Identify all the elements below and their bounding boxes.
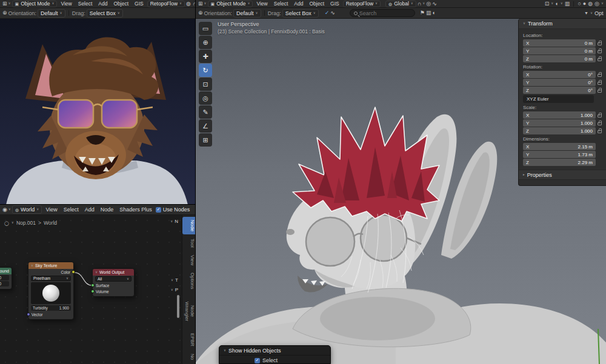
transform-orientation-icon[interactable]: ◍ xyxy=(186,1,191,7)
collapsed-panel-p[interactable]: ∨ P xyxy=(171,287,178,293)
menu-add[interactable]: Add xyxy=(96,1,110,7)
collapsed-panel-t[interactable]: ∨ T xyxy=(171,277,178,283)
menu-node[interactable]: Node xyxy=(98,207,116,213)
menu-view[interactable]: View xyxy=(58,1,74,7)
tool-transform-button[interactable]: ◎ xyxy=(199,91,212,105)
overlay-option-icon[interactable]: ▥ xyxy=(426,10,431,16)
retopoflow-dropdown[interactable]: RetopoFlow ∨ xyxy=(147,1,185,7)
shading-rendered-icon[interactable]: ◎ xyxy=(594,1,599,7)
menu-shaders-plus[interactable]: Shaders Plus xyxy=(117,207,155,213)
rotation-x-field[interactable]: X 0° xyxy=(523,71,596,78)
lock-icon[interactable] xyxy=(598,42,602,45)
tool-move-button[interactable]: ✚ xyxy=(199,50,212,63)
tab-epbr[interactable]: EPBR xyxy=(182,330,195,349)
rotation-mode-dropdown[interactable]: XYZ Euler xyxy=(523,95,594,103)
lock-icon[interactable] xyxy=(598,130,602,133)
transform-orientation-dropdown[interactable]: ◍ Global ∨ xyxy=(385,1,416,7)
tab-options[interactable]: Options xyxy=(182,270,195,293)
volume-input-socket[interactable] xyxy=(91,290,95,293)
dimensions-x-field[interactable]: X 2.15 m xyxy=(523,143,596,150)
location-z-field[interactable]: Z 0 m xyxy=(523,55,596,62)
menu-object[interactable]: Object xyxy=(111,1,131,7)
lock-icon[interactable] xyxy=(598,50,602,53)
turbidity-field[interactable]: Turbidity 1.900 xyxy=(31,305,71,311)
menu-add[interactable]: Add xyxy=(291,1,305,7)
dimensions-z-field[interactable]: Z 2.29 m xyxy=(523,159,596,166)
editor-type-icon[interactable]: ◉ xyxy=(2,207,7,213)
properties-panel-header[interactable]: ▸ Properties xyxy=(519,170,606,180)
transform-panel-header[interactable]: ∨ Transform xyxy=(519,19,606,29)
retopoflow-dropdown[interactable]: RetopoFlow ∨ xyxy=(343,1,381,7)
menu-view[interactable]: View xyxy=(43,207,59,213)
menu-add[interactable]: Add xyxy=(82,207,97,213)
falloff-icon[interactable]: ∿ xyxy=(432,1,437,7)
overlays-toggle-icon[interactable]: ◐ xyxy=(555,1,558,7)
sky-model-dropdown[interactable]: Preetham ∨ xyxy=(31,276,71,281)
tool-cursor-button[interactable]: ⊕ xyxy=(199,36,212,49)
bookmark-icon[interactable]: ⚑ xyxy=(420,10,425,16)
tool-add-cube-button[interactable]: ⊞ xyxy=(199,133,212,147)
search-input[interactable] xyxy=(359,10,408,16)
snap-magnet-icon[interactable]: ∩ xyxy=(418,1,421,7)
rotation-z-field[interactable]: Z 0° xyxy=(523,87,596,94)
menu-gis[interactable]: GIS xyxy=(132,1,146,7)
node-canvas[interactable]: ◯ ∨ Nop.001 > World round 0 0 ∨ Sky Text… xyxy=(0,215,195,364)
mode-dropdown[interactable]: ▣ Object Mode ∨ xyxy=(208,1,253,7)
output-target-dropdown[interactable]: All ∨ xyxy=(95,276,132,282)
tab-tool[interactable]: Tool xyxy=(182,236,195,251)
drag-dropdown[interactable]: Select Box ∨ xyxy=(87,9,123,18)
background-node[interactable]: round 0 0 xyxy=(0,267,12,290)
lock-icon[interactable] xyxy=(598,58,602,61)
color-output-socket[interactable] xyxy=(72,270,75,274)
active-tool-icon[interactable]: ⊕ xyxy=(2,10,7,16)
world-output-node[interactable]: ∨ World Output All ∨ Surface Volume xyxy=(92,268,135,297)
sky-texture-node[interactable]: ∨ Sky Texture Color Preetham ∨ Turbidity… xyxy=(28,262,74,320)
tab-node[interactable]: Node xyxy=(182,217,195,234)
filter-funnel-icon[interactable]: ▼ xyxy=(584,11,588,15)
node-collapse-icon[interactable]: ∨ xyxy=(95,271,98,274)
lock-icon[interactable] xyxy=(598,82,602,85)
shading-material-icon[interactable]: ◍ xyxy=(588,1,593,7)
orientation-dropdown[interactable]: Default ∨ xyxy=(38,9,65,18)
sidebar-scrollbar[interactable] xyxy=(177,295,179,318)
location-y-field[interactable]: Y 0 m xyxy=(523,47,596,55)
shading-wireframe-icon[interactable]: ○ xyxy=(578,1,581,7)
tool-scale-button[interactable]: ⊡ xyxy=(199,78,212,91)
use-nodes-checkbox[interactable]: ✓ Use Nodes xyxy=(156,207,190,213)
select-checkbox[interactable]: ✓ Select xyxy=(219,356,330,363)
lock-icon[interactable] xyxy=(598,74,602,77)
shading-solid-icon[interactable]: ● xyxy=(583,1,586,7)
location-x-field[interactable]: X 0 m xyxy=(523,39,596,47)
tool-rotate-button[interactable]: ↻ xyxy=(199,64,212,77)
rotation-y-field[interactable]: Y 0° xyxy=(523,79,596,86)
tab-node-wrangler[interactable]: Node Wrangler xyxy=(182,294,195,329)
editor-type-icon[interactable]: ⊞ xyxy=(2,1,7,7)
editor-type-icon[interactable]: ⊞ xyxy=(198,1,203,7)
menu-select[interactable]: Select xyxy=(271,1,291,7)
menu-gis[interactable]: GIS xyxy=(328,1,342,7)
tab-clipped[interactable]: No xyxy=(182,351,195,363)
drag-dropdown[interactable]: Select Box ∨ xyxy=(282,9,319,18)
lock-icon[interactable] xyxy=(598,114,602,117)
dimensions-y-field[interactable]: Y 1.73 m xyxy=(523,151,596,158)
menu-object[interactable]: Object xyxy=(307,1,327,7)
xray-toggle-icon[interactable]: ▥ xyxy=(565,1,570,7)
collapsed-panel-n[interactable]: ∨ N xyxy=(170,219,178,224)
lock-icon[interactable] xyxy=(598,122,602,125)
falloff-icon[interactable]: ∿ xyxy=(330,10,335,16)
scale-z-field[interactable]: Z 1.000 xyxy=(523,127,596,134)
lock-icon[interactable] xyxy=(598,90,602,93)
active-tool-icon[interactable]: ⊕ xyxy=(198,10,203,16)
node-collapse-icon[interactable]: ∨ xyxy=(31,264,33,268)
menu-view[interactable]: View xyxy=(254,1,270,7)
scale-y-field[interactable]: Y 1.000 xyxy=(523,119,596,127)
snap-toggle-icon[interactable]: ✓ xyxy=(325,10,330,16)
tool-annotate-button[interactable]: ✎ xyxy=(199,105,212,119)
options-menu[interactable]: Options xyxy=(594,10,604,16)
menu-select[interactable]: Select xyxy=(76,1,95,7)
overlay-option-icon[interactable]: ◐ xyxy=(432,10,435,16)
surface-input-socket[interactable] xyxy=(91,283,95,287)
gizmo-toggle-icon[interactable]: ⊡ xyxy=(545,1,550,7)
orientation-dropdown[interactable]: Default ∨ xyxy=(233,9,261,18)
tool-select-box-button[interactable]: ▭ xyxy=(199,22,212,35)
